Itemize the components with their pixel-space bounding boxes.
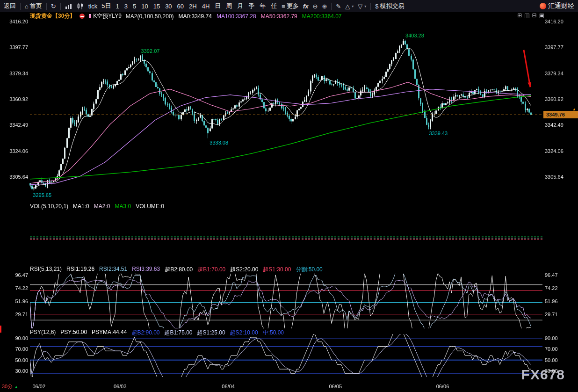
psy-y-label: 70.00 (2, 346, 28, 352)
period-10-button[interactable]: 10 (141, 2, 148, 10)
footer-period-label: 30分 (2, 384, 13, 389)
psy-readout-1: PSY:50.00 (60, 329, 87, 337)
period-60-button[interactable]: 60 (177, 2, 184, 10)
rsi-y-label: 29.71 (545, 312, 558, 317)
period-5day-button[interactable]: 5日 (101, 2, 111, 10)
period-1-button[interactable]: 1 (116, 2, 120, 10)
rsi-y-label: 74.22 (2, 285, 28, 291)
period-任-button[interactable]: 任 (270, 2, 277, 10)
x-axis-label: 06/02 (33, 384, 46, 389)
period-15-button[interactable]: 15 (153, 2, 160, 10)
vol-header: VOL(5,10,20,1)MA1:0MA2:0MA3:0VOLUME:0 (30, 203, 164, 210)
rsi-y-label: 29.71 (2, 312, 28, 317)
rsi-readout-1: RSI1:19.26 (66, 266, 94, 274)
rsi-readout-2: RSI2:34.51 (99, 266, 127, 274)
candlestick-chart-icon[interactable] (77, 3, 84, 9)
refresh-icon[interactable]: ↻ (51, 3, 56, 10)
sim-trade-button[interactable]: $ 模拟交易 (375, 2, 404, 10)
psy-y-label: 30.00 (545, 368, 558, 374)
period-5-button[interactable]: 5 (132, 2, 137, 10)
x-axis-label: 06/03 (114, 384, 127, 389)
layout-single-icon[interactable]: ▣ (539, 12, 544, 19)
vol-readout-0: VOL(5,10,20,1) (30, 203, 68, 210)
current-price-badge: 3349.76 (543, 111, 578, 118)
main-y-label: 3416.20 (2, 19, 28, 24)
price-annotation: 3295.65 (33, 192, 51, 198)
toolbar-separator (20, 3, 21, 10)
period-季-button[interactable]: 季 (248, 2, 255, 10)
layout-split-horizontal-icon[interactable]: ⊟ (532, 12, 537, 19)
main-y-label: 3342.49 (2, 122, 28, 128)
psy-readout-6: 超S2:10.00 (230, 329, 258, 337)
toolbar-separator (46, 3, 47, 10)
rsi-header: RSI(5,13,21)RSI1:19.26RSI2:34.51RSI3:39.… (30, 266, 323, 274)
period-年-button[interactable]: 年 (259, 2, 266, 10)
psy-readout-2: PSYMA:44.44 (92, 329, 127, 337)
shape-down-tool[interactable]: ▽ ▾ (358, 3, 366, 10)
period-tick-button[interactable]: tick (88, 3, 98, 10)
dropdown-icon: ▾ (352, 4, 354, 8)
collapse-icon[interactable] (79, 14, 85, 19)
zoom-in-icon[interactable]: ⊕ (322, 3, 327, 10)
back-button[interactable]: 返回 (4, 2, 16, 10)
indicator-chart-icon[interactable] (65, 3, 72, 9)
dollar-icon: $ (375, 3, 378, 10)
psy-readout-0: PSY(12,6) (30, 329, 56, 337)
x-axis-label: 06/04 (222, 384, 235, 389)
psy-readout-4: 超B1:75.00 (165, 329, 193, 337)
main-y-label: 3360.92 (545, 96, 564, 102)
period-月-button[interactable]: 月 (237, 2, 244, 10)
price-direction-icon: ▲ (572, 107, 576, 111)
period-3-button[interactable]: 3 (124, 2, 128, 10)
top-toolbar: 返回 ⌂ 首页 ↻ tick 5日 135101530602H4H日周月季年任 … (0, 0, 578, 12)
ma-readout-0: MA2(0,100,50,200) (126, 13, 174, 20)
main-y-label: 3305.64 (2, 174, 28, 180)
psy-y-label: 90.00 (545, 335, 558, 341)
psy-readout-3: 超B2:90.00 (131, 329, 159, 337)
main-y-label: 3379.34 (2, 71, 28, 76)
period-30-button[interactable]: 30 (165, 2, 172, 10)
main-y-label: 3305.64 (545, 174, 564, 180)
rsi-y-label: 96.47 (545, 272, 558, 278)
psy-readout-5: 超S1:25.00 (197, 329, 225, 337)
layout-split-vertical-icon[interactable]: ◫ (524, 12, 529, 19)
brand-logo[interactable]: 汇通财经 (540, 2, 574, 10)
layout-icons: ⊞◫⊟▣ (517, 12, 544, 19)
period-日-button[interactable]: 日 (214, 2, 221, 10)
brand-label: 汇通财经 (548, 2, 574, 10)
indicator-fx-button[interactable]: fx (303, 3, 309, 10)
footer-period[interactable]: 30分▲ (2, 383, 18, 390)
rsi-readout-6: 超S2:20.00 (230, 266, 258, 274)
main-y-label: 3342.49 (545, 122, 564, 128)
more-button[interactable]: ≡ 更多 (282, 2, 299, 10)
toolbar-separator (370, 3, 371, 10)
chart-header: 现货黄金【30分】 K空预YLY9 MA2(0,100,50,200)MA0:3… (30, 13, 341, 20)
x-axis-label: 06/05 (329, 384, 342, 389)
menu-icon: ≡ (282, 3, 285, 10)
study-icon (89, 14, 91, 18)
price-annotation: 3392.07 (141, 48, 160, 54)
draw-pencil-icon[interactable]: ✎ (336, 3, 341, 10)
price-annotation: 3339.43 (429, 131, 448, 136)
shape-up-tool[interactable]: △ ▾ (345, 3, 354, 10)
rsi-readout-7: 超S1:30.00 (263, 266, 291, 274)
layout-grid-icon[interactable]: ⊞ (517, 12, 522, 19)
zoom-out-icon[interactable]: ⊖ (312, 3, 318, 10)
main-y-label: 3360.92 (2, 96, 28, 102)
rsi-readout-4: 超B2:80.00 (165, 266, 193, 274)
psy-y-label: 90.00 (2, 335, 28, 341)
home-button[interactable]: ⌂ 首页 (25, 2, 42, 10)
period-周-button[interactable]: 周 (225, 2, 232, 10)
vol-readout-2: MA2:0 (94, 203, 110, 210)
study-label: K空预YLY9 (93, 12, 121, 20)
vol-readout-3: MA3:0 (115, 203, 131, 210)
home-icon: ⌂ (25, 3, 29, 10)
toolbar-separator (60, 3, 61, 10)
price-annotation: 3333.08 (210, 140, 228, 145)
footer-arrow-icon: ▲ (14, 385, 18, 389)
vol-readout-1: MA1:0 (73, 203, 89, 210)
psy-y-label: 70.00 (545, 346, 558, 352)
ma-readout-1: MA0:3349.74 (179, 13, 212, 20)
period-2H-button[interactable]: 2H (188, 2, 197, 10)
period-4H-button[interactable]: 4H (202, 2, 210, 10)
